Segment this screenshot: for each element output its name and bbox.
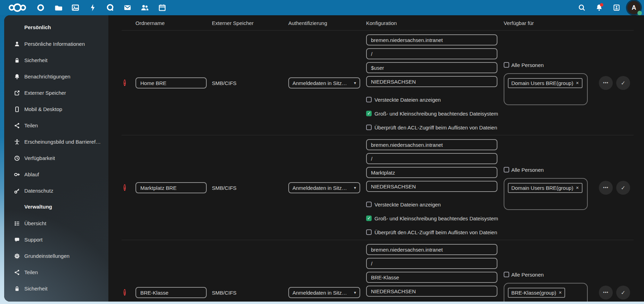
checkbox-box[interactable] — [366, 202, 372, 207]
check-icon: ✓ — [621, 80, 625, 86]
sidebar-item-external-storage[interactable]: Externer Speicher — [4, 85, 108, 101]
sidebar-item-basic-settings[interactable]: Grundeinstellungen — [4, 248, 108, 264]
checkbox-box[interactable] — [504, 272, 509, 277]
sidebar-item-label: Erscheinungsbild und Barrieref… — [24, 139, 101, 145]
photos-app-icon[interactable] — [67, 0, 84, 15]
chat-icon — [14, 237, 20, 243]
config-subfolder-input[interactable] — [366, 62, 497, 73]
checkbox-all-people[interactable]: Alle Personen — [504, 166, 594, 174]
sidebar-item-personal-info[interactable]: Persönliche Informationen — [4, 36, 108, 52]
contacts-menu-icon[interactable] — [608, 0, 625, 15]
sidebar-item-support[interactable]: Support — [4, 231, 108, 248]
checkbox-show-hidden-files[interactable]: Versteckte Dateien anzeigen — [366, 95, 504, 104]
sidebar-item-availability[interactable]: Verfügbarkeit — [4, 150, 108, 166]
checkbox-case-sensitive[interactable]: Groß- und Kleinschreibung beachtendes Da… — [366, 214, 504, 222]
sidebar-item-appearance[interactable]: Erscheinungsbild und Barrieref… — [4, 134, 108, 150]
checkbox-box[interactable] — [366, 229, 372, 235]
applicable-users-box[interactable]: Domain Users BRE(group) ✕ — [504, 73, 588, 105]
config-host-input[interactable] — [366, 244, 497, 255]
error-status-icon[interactable]: ! — [124, 184, 126, 191]
folder-name-input[interactable] — [135, 77, 207, 88]
user-menu[interactable]: A — [625, 0, 643, 15]
checkbox-box[interactable] — [366, 125, 372, 130]
checkbox-all-people[interactable]: Alle Personen — [504, 61, 594, 69]
row-actions: ••• ✓ — [599, 286, 644, 299]
folder-name-input[interactable] — [135, 287, 207, 298]
unified-search-icon[interactable] — [573, 0, 591, 15]
table-header-row: Ordnername Externer Speicher Authentifiz… — [108, 15, 644, 31]
auth-mechanism-select[interactable]: Anmeldedaten in Sitz… ▾ — [288, 77, 360, 88]
row-menu-button[interactable]: ••• — [599, 181, 613, 195]
sidebar-item-flow[interactable]: Ablauf — [4, 166, 108, 183]
row-menu-button[interactable]: ••• — [599, 286, 613, 299]
files-app-icon[interactable] — [49, 0, 67, 15]
nextcloud-logo-icon[interactable] — [7, 2, 28, 13]
configuration-stack: Versteckte Dateien anzeigen Groß- und Kl… — [366, 244, 504, 302]
checkbox-acl-check[interactable]: Überprüft den ACL-Zugriff beim Auflisten… — [366, 228, 504, 236]
checkbox-box-checked[interactable] — [366, 216, 372, 221]
row-save-button[interactable]: ✓ — [616, 286, 630, 299]
row-menu-button[interactable]: ••• — [599, 76, 613, 90]
notifications-bell-icon[interactable] — [591, 0, 608, 15]
auth-mechanism-select[interactable]: Anmeldedaten in Sitz… ▾ — [288, 287, 360, 298]
sidebar-item-sharing[interactable]: Teilen — [4, 117, 108, 134]
dashboard-app-icon[interactable] — [32, 0, 49, 15]
chevron-down-icon: ▾ — [354, 290, 356, 295]
config-host-input[interactable] — [366, 34, 497, 45]
settings-sidebar: Persönlich Persönliche Informationen Sic… — [4, 15, 108, 302]
sidebar-item-label: Teilen — [24, 123, 38, 128]
error-status-icon[interactable]: ! — [124, 289, 126, 296]
config-share-input[interactable] — [366, 153, 497, 164]
row-save-button[interactable]: ✓ — [616, 76, 630, 90]
backend-label: SMB/CIFS — [212, 80, 288, 86]
clock-icon — [14, 155, 20, 161]
config-subfolder-input[interactable] — [366, 272, 497, 283]
activity-app-icon[interactable] — [84, 0, 101, 15]
sidebar-item-privacy[interactable]: Datenschutz — [4, 183, 108, 199]
sidebar-item-label: Sicherheit — [24, 57, 48, 63]
check-icon: ✓ — [621, 289, 625, 296]
remove-chip-icon[interactable]: ✕ — [576, 81, 579, 85]
chevron-down-icon: ▾ — [354, 81, 356, 85]
config-domain-input[interactable] — [366, 181, 497, 192]
sidebar-item-security[interactable]: Sicherheit — [4, 52, 108, 68]
config-subfolder-input[interactable] — [366, 167, 497, 178]
header-configuration: Konfiguration — [366, 20, 504, 26]
section-title-personal: Persönlich — [4, 24, 108, 30]
applicable-users-box[interactable]: BRE-Klasse(group) ✕ — [504, 283, 588, 302]
sidebar-item-notifications[interactable]: Benachrichtigungen — [4, 68, 108, 85]
checkbox-box[interactable] — [504, 167, 509, 172]
checkbox-all-people[interactable]: Alle Personen — [504, 270, 594, 279]
folder-name-input[interactable] — [135, 182, 207, 193]
error-status-icon[interactable]: ! — [124, 79, 126, 86]
checkbox-case-sensitive[interactable]: Groß- und Kleinschreibung beachtendes Da… — [366, 109, 504, 118]
row-actions: ••• ✓ — [599, 181, 644, 195]
row-save-button[interactable]: ✓ — [616, 181, 630, 195]
sidebar-item-mobile-desktop[interactable]: Mobil & Desktop — [4, 101, 108, 117]
config-share-input[interactable] — [366, 258, 497, 269]
config-domain-input[interactable] — [366, 76, 497, 87]
mail-app-icon[interactable] — [119, 0, 136, 15]
remove-chip-icon[interactable]: ✕ — [576, 186, 579, 190]
sidebar-item-admin-security[interactable]: Sicherheit — [4, 280, 108, 297]
sidebar-item-overview[interactable]: Übersicht — [4, 215, 108, 231]
checkbox-box[interactable] — [366, 97, 372, 102]
config-domain-input[interactable] — [366, 286, 497, 297]
applicable-users-box[interactable]: Domain Users BRE(group) ✕ — [504, 178, 588, 210]
checkbox-box-checked[interactable] — [366, 111, 372, 116]
config-share-input[interactable] — [366, 48, 497, 59]
remove-chip-icon[interactable]: ✕ — [559, 290, 562, 295]
calendar-app-icon[interactable] — [154, 0, 171, 15]
sidebar-item-admin-sharing[interactable]: Teilen — [4, 264, 108, 280]
config-host-input[interactable] — [366, 139, 497, 150]
header-foldername: Ordnername — [135, 20, 212, 26]
backend-label: SMB/CIFS — [212, 290, 288, 296]
checkbox-acl-check[interactable]: Überprüft den ACL-Zugriff beim Auflisten… — [366, 123, 504, 132]
ellipsis-icon: ••• — [603, 286, 609, 299]
contacts-app-icon[interactable] — [136, 0, 154, 15]
checkbox-box[interactable] — [504, 62, 509, 68]
auth-mechanism-select[interactable]: Anmeldedaten in Sitz… ▾ — [288, 182, 360, 193]
list-icon — [14, 220, 20, 227]
checkbox-show-hidden-files[interactable]: Versteckte Dateien anzeigen — [366, 200, 504, 209]
search-app-icon[interactable] — [101, 0, 119, 15]
